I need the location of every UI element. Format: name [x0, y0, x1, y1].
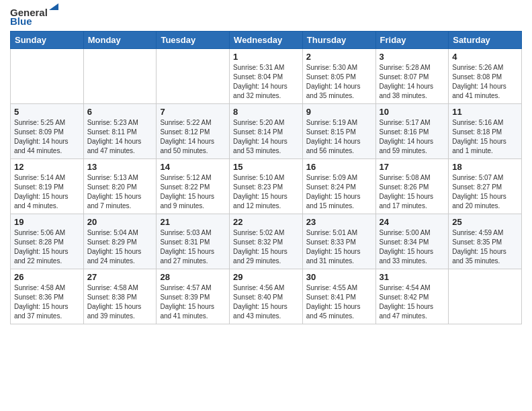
day-info: Sunrise: 4:54 AMSunset: 8:42 PMDaylight:…: [380, 283, 445, 321]
day-info: Sunrise: 5:28 AMSunset: 8:07 PMDaylight:…: [380, 63, 445, 101]
calendar-cell: 25Sunrise: 4:59 AMSunset: 8:35 PMDayligh…: [449, 214, 522, 269]
calendar-table: SundayMondayTuesdayWednesdayThursdayFrid…: [10, 31, 522, 324]
day-number: 1: [233, 52, 299, 62]
day-info: Sunrise: 5:23 AMSunset: 8:11 PMDaylight:…: [87, 118, 153, 156]
calendar-cell: 26Sunrise: 4:58 AMSunset: 8:36 PMDayligh…: [11, 269, 84, 324]
day-number: 2: [306, 52, 372, 62]
calendar-cell: 18Sunrise: 5:07 AMSunset: 8:27 PMDayligh…: [449, 159, 522, 214]
day-info: Sunrise: 5:03 AMSunset: 8:31 PMDaylight:…: [160, 228, 226, 266]
day-info: Sunrise: 5:07 AMSunset: 8:27 PMDaylight:…: [452, 173, 518, 211]
calendar-cell: 27Sunrise: 4:58 AMSunset: 8:38 PMDayligh…: [83, 269, 157, 324]
day-number: 17: [380, 162, 445, 172]
day-number: 12: [14, 162, 80, 172]
day-number: 26: [14, 272, 80, 282]
day-number: 10: [380, 107, 445, 117]
day-number: 7: [160, 107, 226, 117]
day-number: 9: [306, 107, 372, 117]
weekday-header-monday: Monday: [83, 32, 157, 49]
calendar-cell: 8Sunrise: 5:20 AMSunset: 8:14 PMDaylight…: [230, 104, 303, 159]
logo: General Blue: [10, 7, 62, 27]
calendar-cell: 31Sunrise: 4:54 AMSunset: 8:42 PMDayligh…: [375, 269, 449, 324]
calendar-cell: 10Sunrise: 5:17 AMSunset: 8:16 PMDayligh…: [375, 104, 449, 159]
day-info: Sunrise: 5:17 AMSunset: 8:16 PMDaylight:…: [380, 118, 445, 156]
day-number: 13: [87, 162, 153, 172]
day-info: Sunrise: 5:10 AMSunset: 8:23 PMDaylight:…: [233, 173, 299, 211]
week-row-1: 1Sunrise: 5:31 AMSunset: 8:04 PMDaylight…: [11, 49, 522, 104]
calendar-cell: 28Sunrise: 4:57 AMSunset: 8:39 PMDayligh…: [157, 269, 230, 324]
calendar-cell: [157, 49, 230, 104]
day-info: Sunrise: 5:13 AMSunset: 8:20 PMDaylight:…: [87, 173, 153, 211]
calendar-cell: 16Sunrise: 5:09 AMSunset: 8:24 PMDayligh…: [302, 159, 375, 214]
calendar-cell: 4Sunrise: 5:26 AMSunset: 8:08 PMDaylight…: [449, 49, 522, 104]
week-row-3: 12Sunrise: 5:14 AMSunset: 8:19 PMDayligh…: [11, 159, 522, 214]
calendar-cell: 7Sunrise: 5:22 AMSunset: 8:12 PMDaylight…: [157, 104, 230, 159]
day-number: 28: [160, 272, 226, 282]
day-info: Sunrise: 5:25 AMSunset: 8:09 PMDaylight:…: [14, 118, 80, 156]
calendar-cell: [11, 49, 84, 104]
week-row-2: 5Sunrise: 5:25 AMSunset: 8:09 PMDaylight…: [11, 104, 522, 159]
calendar-cell: 2Sunrise: 5:30 AMSunset: 8:05 PMDaylight…: [302, 49, 375, 104]
day-number: 31: [380, 272, 445, 282]
day-info: Sunrise: 5:02 AMSunset: 8:32 PMDaylight:…: [233, 228, 299, 266]
day-number: 30: [306, 272, 372, 282]
day-number: 19: [14, 217, 80, 227]
calendar-cell: 11Sunrise: 5:16 AMSunset: 8:18 PMDayligh…: [449, 104, 522, 159]
day-info: Sunrise: 4:58 AMSunset: 8:38 PMDaylight:…: [87, 283, 153, 321]
svg-marker-0: [49, 3, 58, 10]
day-number: 6: [87, 107, 153, 117]
day-info: Sunrise: 5:06 AMSunset: 8:28 PMDaylight:…: [14, 228, 80, 266]
day-number: 16: [306, 162, 372, 172]
day-number: 8: [233, 107, 299, 117]
day-info: Sunrise: 5:01 AMSunset: 8:33 PMDaylight:…: [306, 228, 372, 266]
calendar-cell: 20Sunrise: 5:04 AMSunset: 8:29 PMDayligh…: [83, 214, 157, 269]
week-row-5: 26Sunrise: 4:58 AMSunset: 8:36 PMDayligh…: [11, 269, 522, 324]
day-info: Sunrise: 4:57 AMSunset: 8:39 PMDaylight:…: [160, 283, 226, 321]
day-info: Sunrise: 5:16 AMSunset: 8:18 PMDaylight:…: [452, 118, 518, 156]
calendar-cell: 23Sunrise: 5:01 AMSunset: 8:33 PMDayligh…: [302, 214, 375, 269]
calendar-cell: 14Sunrise: 5:12 AMSunset: 8:22 PMDayligh…: [157, 159, 230, 214]
day-number: 21: [160, 217, 226, 227]
calendar-cell: 29Sunrise: 4:56 AMSunset: 8:40 PMDayligh…: [230, 269, 303, 324]
calendar-cell: 5Sunrise: 5:25 AMSunset: 8:09 PMDaylight…: [11, 104, 84, 159]
calendar-cell: 24Sunrise: 5:00 AMSunset: 8:34 PMDayligh…: [375, 214, 449, 269]
day-info: Sunrise: 5:14 AMSunset: 8:19 PMDaylight:…: [14, 173, 80, 211]
weekday-header-sunday: Sunday: [11, 32, 84, 49]
day-info: Sunrise: 5:04 AMSunset: 8:29 PMDaylight:…: [87, 228, 153, 266]
day-info: Sunrise: 5:00 AMSunset: 8:34 PMDaylight:…: [380, 228, 445, 266]
day-info: Sunrise: 5:30 AMSunset: 8:05 PMDaylight:…: [306, 63, 372, 101]
day-info: Sunrise: 5:09 AMSunset: 8:24 PMDaylight:…: [306, 173, 372, 211]
calendar-cell: 19Sunrise: 5:06 AMSunset: 8:28 PMDayligh…: [11, 214, 84, 269]
calendar-cell: 12Sunrise: 5:14 AMSunset: 8:19 PMDayligh…: [11, 159, 84, 214]
day-number: 3: [380, 52, 445, 62]
day-number: 4: [452, 52, 518, 62]
week-row-4: 19Sunrise: 5:06 AMSunset: 8:28 PMDayligh…: [11, 214, 522, 269]
day-info: Sunrise: 5:12 AMSunset: 8:22 PMDaylight:…: [160, 173, 226, 211]
day-info: Sunrise: 4:56 AMSunset: 8:40 PMDaylight:…: [233, 283, 299, 321]
calendar-cell: 9Sunrise: 5:19 AMSunset: 8:15 PMDaylight…: [302, 104, 375, 159]
calendar-cell: 21Sunrise: 5:03 AMSunset: 8:31 PMDayligh…: [157, 214, 230, 269]
day-number: 14: [160, 162, 226, 172]
calendar-cell: [83, 49, 157, 104]
weekday-header-friday: Friday: [375, 32, 449, 49]
weekday-header-thursday: Thursday: [302, 32, 375, 49]
weekday-header-tuesday: Tuesday: [157, 32, 230, 49]
day-info: Sunrise: 5:26 AMSunset: 8:08 PMDaylight:…: [452, 63, 518, 101]
day-info: Sunrise: 4:55 AMSunset: 8:41 PMDaylight:…: [306, 283, 372, 321]
weekday-header-wednesday: Wednesday: [230, 32, 303, 49]
day-number: 22: [233, 217, 299, 227]
calendar-cell: 15Sunrise: 5:10 AMSunset: 8:23 PMDayligh…: [230, 159, 303, 214]
day-number: 11: [452, 107, 518, 117]
day-number: 15: [233, 162, 299, 172]
day-number: 25: [452, 217, 518, 227]
day-info: Sunrise: 4:58 AMSunset: 8:36 PMDaylight:…: [14, 283, 80, 321]
header: General Blue: [10, 7, 522, 27]
calendar-cell: 6Sunrise: 5:23 AMSunset: 8:11 PMDaylight…: [83, 104, 157, 159]
calendar-cell: 13Sunrise: 5:13 AMSunset: 8:20 PMDayligh…: [83, 159, 157, 214]
day-number: 24: [380, 217, 445, 227]
day-number: 5: [14, 107, 80, 117]
calendar-cell: [449, 269, 522, 324]
day-number: 27: [87, 272, 153, 282]
weekday-header-row: SundayMondayTuesdayWednesdayThursdayFrid…: [11, 32, 522, 49]
calendar-cell: 1Sunrise: 5:31 AMSunset: 8:04 PMDaylight…: [230, 49, 303, 104]
weekday-header-saturday: Saturday: [449, 32, 522, 49]
